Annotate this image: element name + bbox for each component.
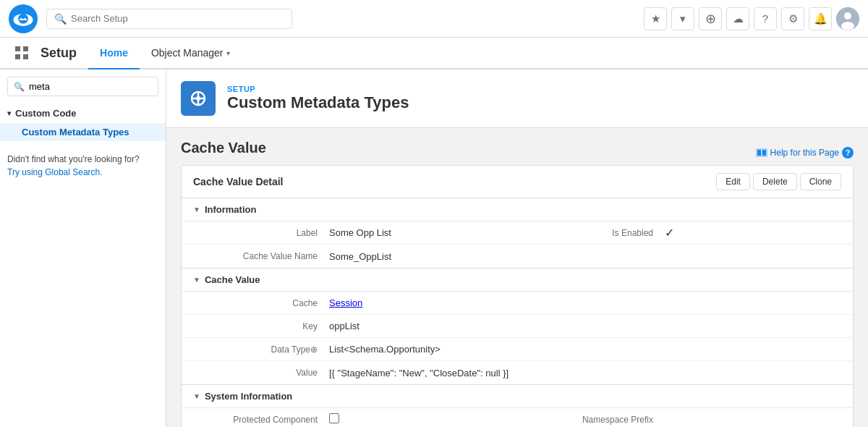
app-title: Setup — [35, 46, 88, 61]
sidebar: 🔍 ▾ Custom Code Custom Metadata Types Di… — [0, 69, 166, 427]
info-row-2: Cache Value Name Some_OppList — [182, 245, 853, 268]
page-header: SETUP Custom Metadata Types — [166, 69, 868, 128]
add-icon[interactable]: ⊕ — [699, 7, 722, 30]
data-type-label: Data Type⊕ — [182, 344, 326, 355]
help-question-icon: ? — [842, 147, 854, 158]
sys-row-1: Protected Component Namespace Prefix — [182, 408, 853, 427]
svg-rect-9 — [23, 54, 28, 59]
key-label: Key — [182, 321, 326, 331]
favorites-icon[interactable]: ★ — [644, 7, 667, 30]
svg-rect-6 — [15, 46, 20, 51]
chevron-down-icon: ▾ — [7, 109, 11, 117]
svg-rect-16 — [762, 150, 766, 156]
info-row-1: Label Some Opp List Is Enabled ✓ — [182, 221, 853, 245]
search-icon: 🔍 — [54, 13, 67, 25]
svg-point-5 — [841, 22, 854, 30]
collapse-icon: ▼ — [193, 206, 200, 214]
page-header-setup-label: SETUP — [227, 85, 409, 93]
sidebar-not-found: Didn't find what you're looking for? Try… — [0, 144, 166, 187]
cache-row-4: Value [{ "StageName": "New", "CloseDate"… — [182, 361, 853, 384]
svg-rect-7 — [23, 46, 28, 51]
global-search-input[interactable] — [71, 13, 284, 24]
sidebar-section-header-custom-code[interactable]: ▾ Custom Code — [0, 103, 166, 123]
cache-value: Session — [326, 297, 853, 308]
section-information: ▼ Information Label Some Opp List Is Ena… — [182, 198, 853, 269]
sidebar-item-custom-metadata-types[interactable]: Custom Metadata Types — [0, 123, 166, 141]
section-cache-value: ▼ Cache Value Cache Session Key oppList — [182, 269, 853, 385]
label-value: Some Opp List — [326, 227, 517, 238]
session-link[interactable]: Session — [329, 297, 362, 308]
global-search[interactable]: 🔍 — [46, 9, 292, 29]
svg-point-4 — [844, 12, 851, 20]
protected-checkbox[interactable] — [329, 413, 339, 423]
toolbar-btn-group: Edit Delete Clone — [716, 173, 841, 190]
chevron-down-icon: ▾ — [226, 49, 230, 57]
sidebar-search[interactable]: 🔍 — [7, 77, 158, 96]
section-system-information: ▼ System Information Protected Component… — [182, 385, 853, 427]
cache-value-name-label: Cache Value Name — [182, 251, 326, 261]
cache-row-2: Key oppList — [182, 315, 853, 338]
cache-row-1: Cache Session — [182, 292, 853, 315]
is-enabled-label: Is Enabled — [517, 228, 662, 238]
notifications-icon[interactable]: 🔔 — [809, 7, 832, 30]
edit-button-top[interactable]: Edit — [716, 173, 750, 190]
detail-area: Cache Value Help for this Page ? Cache V… — [166, 128, 868, 427]
section-toolbar: Cache Value Detail Edit Delete Clone — [182, 166, 853, 198]
top-navigation: 🔍 ★ ▾ ⊕ ☁ ? ⚙ 🔔 — [0, 0, 868, 38]
value-label: Value — [182, 368, 326, 378]
collapse-icon-3: ▼ — [193, 392, 200, 400]
svg-point-2 — [18, 13, 28, 23]
sidebar-section-custom-code: ▾ Custom Code Custom Metadata Types — [0, 101, 166, 144]
tab-object-manager[interactable]: Object Manager ▾ — [140, 38, 242, 69]
section-toolbar-label: Cache Value Detail — [193, 176, 284, 187]
label-label: Label — [182, 228, 326, 238]
cache-row-3: Data Type⊕ List<Schema.Opportunity> — [182, 338, 853, 361]
favorites-dropdown-icon[interactable]: ▾ — [671, 7, 694, 30]
help-link[interactable]: Help for this Page ? — [756, 147, 854, 158]
section-system-info-title[interactable]: ▼ System Information — [182, 385, 853, 408]
namespace-prefix-label: Namespace Prefix — [517, 415, 662, 425]
top-nav-icons: ★ ▾ ⊕ ☁ ? ⚙ 🔔 — [644, 7, 859, 30]
collapse-icon-2: ▼ — [193, 276, 200, 284]
section-information-title[interactable]: ▼ Information — [182, 198, 853, 221]
clone-button-top[interactable]: Clone — [800, 173, 841, 190]
tab-home[interactable]: Home — [88, 38, 140, 69]
settings-icon[interactable]: ⚙ — [781, 7, 804, 30]
cloud-icon[interactable]: ☁ — [726, 7, 749, 30]
page-header-text: SETUP Custom Metadata Types — [227, 85, 409, 112]
sidebar-search-input[interactable] — [29, 81, 152, 92]
checkmark-icon: ✓ — [665, 227, 674, 239]
sidebar-search-icon: 🔍 — [14, 82, 25, 92]
salesforce-logo[interactable] — [9, 4, 38, 33]
is-enabled-value: ✓ — [662, 226, 853, 240]
help-icon[interactable]: ? — [754, 7, 777, 30]
protected-component-label: Protected Component — [182, 415, 326, 425]
detail-card: Cache Value Detail Edit Delete Clone ▼ I… — [181, 165, 854, 427]
section-cache-value-title[interactable]: ▼ Cache Value — [182, 269, 853, 292]
page-header-icon — [181, 81, 216, 116]
avatar[interactable] — [836, 7, 859, 30]
cache-value-name-value: Some_OppList — [326, 251, 853, 262]
global-search-link[interactable]: Try using Global Search. — [7, 167, 103, 177]
detail-header-row: Cache Value Help for this Page ? — [181, 140, 854, 165]
main-layout: 🔍 ▾ Custom Code Custom Metadata Types Di… — [0, 69, 868, 427]
page-header-title: Custom Metadata Types — [227, 93, 409, 112]
protected-component-value — [326, 413, 517, 426]
app-grid-icon[interactable] — [9, 37, 35, 69]
app-navigation: Setup Home Object Manager ▾ — [0, 38, 868, 69]
cache-label: Cache — [182, 298, 326, 308]
content-area: SETUP Custom Metadata Types Cache Value … — [166, 69, 868, 427]
value-value: [{ "StageName": "New", "CloseDate": null… — [326, 368, 853, 379]
svg-rect-15 — [757, 150, 761, 156]
key-value: oppList — [326, 321, 853, 331]
data-type-value: List<Schema.Opportunity> — [326, 344, 853, 355]
svg-point-13 — [196, 96, 200, 101]
delete-button-top[interactable]: Delete — [753, 173, 797, 190]
detail-page-title: Cache Value — [181, 140, 266, 156]
svg-rect-8 — [15, 54, 20, 59]
